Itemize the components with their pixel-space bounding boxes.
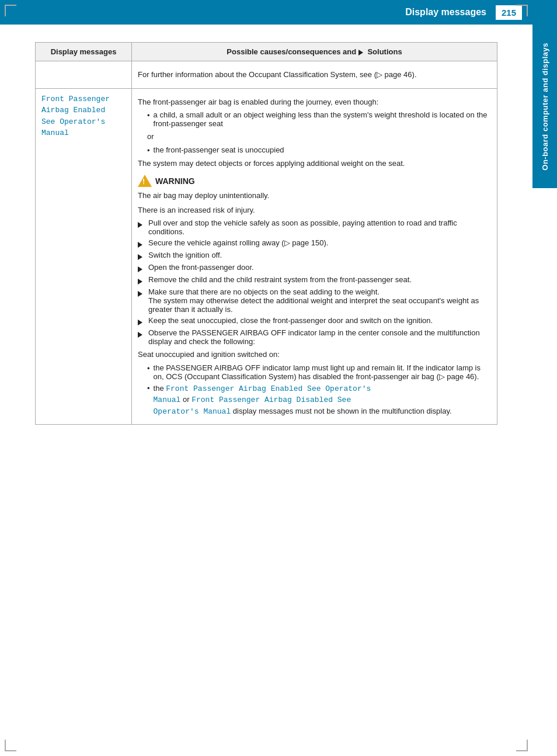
solutions-arrow-icon	[358, 50, 363, 56]
bullet-text-2: the front-passenger seat is unoccupied	[154, 145, 284, 154]
action-item-4: Open the front-passenger door.	[138, 263, 491, 273]
arrow-icon-4	[138, 266, 142, 272]
table-row: For further information about the Occupa…	[36, 61, 497, 89]
side-tab-label: On-board computer and displays	[541, 43, 549, 171]
warning-block: WARNING	[138, 175, 491, 187]
display-message-monospace: Front PassengerAirbag EnabledSee Operato…	[41, 95, 110, 138]
warning-line2: There is an increased risk of injury.	[138, 204, 491, 216]
seat-bullet-dot-2: •	[147, 384, 150, 393]
row2-col2: The front-passenger air bag is enabled d…	[132, 88, 497, 425]
or-text: or	[138, 131, 491, 143]
arrow-icon-5	[138, 279, 142, 285]
bullet-dot-1: •	[147, 111, 150, 120]
content-table: Display messages Possible causes/consequ…	[35, 42, 497, 425]
action-item-1: Pull over and stop the vehicle safely as…	[138, 219, 491, 236]
action-text-2: Secure the vehicle against rolling away …	[148, 238, 328, 247]
bullet-item-2: • the front-passenger seat is unoccupied	[138, 145, 491, 155]
corner-decoration-bl	[5, 740, 16, 751]
action-text-4: Open the front-passenger door.	[148, 263, 254, 272]
col1-header: Display messages	[36, 43, 132, 61]
action-arrow-5	[138, 276, 145, 285]
action-item-2: Secure the vehicle against rolling away …	[138, 238, 491, 248]
action-text-6: Make sure that there are no objects on t…	[148, 287, 491, 314]
action-text-5: Remove the child and the child restraint…	[148, 275, 412, 284]
warning-triangle-icon	[138, 175, 152, 187]
arrow-icon-2	[138, 242, 142, 248]
col2-header: Possible causes/consequences and Solutio…	[132, 43, 497, 61]
action-arrow-1	[138, 220, 145, 228]
action-text-3: Switch the ignition off.	[148, 251, 222, 259]
action6-part1: Make sure that there are no objects on t…	[148, 287, 380, 296]
intro-text: For further information about the Occupa…	[138, 69, 491, 81]
header-bar: Display messages 215	[0, 0, 557, 25]
bullet-item-1: • a child, a small adult or an object we…	[138, 110, 491, 128]
row1-col2: For further information about the Occupa…	[132, 61, 497, 89]
main-content: Display messages Possible causes/consequ…	[0, 25, 532, 442]
corner-decoration-br	[516, 740, 528, 751]
warning-line1: The air bag may deploy unintentionally.	[138, 190, 491, 202]
seat-bullet-1: • the PASSENGER AIRBAG OFF indicator lam…	[138, 363, 491, 381]
arrow-icon-1	[138, 222, 142, 228]
action-item-8: Observe the PASSENGER AIRBAG OFF indicat…	[138, 328, 491, 346]
bullet-dot-2: •	[147, 146, 150, 155]
warning-label: WARNING	[155, 176, 195, 186]
seat-para: Seat unoccupied and ignition switched on…	[138, 349, 491, 360]
main-para2: The system may detect objects or forces …	[138, 158, 491, 169]
corner-decoration-tr	[516, 5, 528, 16]
action-item-3: Switch the ignition off.	[138, 251, 491, 261]
arrow-icon-3	[138, 254, 142, 260]
action-arrow-4	[138, 264, 145, 273]
action-text-8: Observe the PASSENGER AIRBAG OFF indicat…	[148, 328, 491, 346]
arrow-icon-8	[138, 332, 142, 338]
corner-decoration-tl	[5, 5, 16, 16]
col2-header-text: Possible causes/consequences and Solutio…	[227, 47, 402, 56]
action-arrow-6	[138, 289, 145, 297]
action-item-6: Make sure that there are no objects on t…	[138, 287, 491, 314]
action-arrow-8	[138, 330, 145, 338]
arrow-icon-7	[138, 320, 142, 325]
arrow-icon-6	[138, 291, 142, 297]
action-arrow-3	[138, 252, 145, 261]
seat-bullet-text-2: the Front Passenger Airbag Enabled See O…	[154, 383, 452, 418]
seat-bullet-text-1: the PASSENGER AIRBAG OFF indicator lamp …	[154, 363, 491, 381]
side-tab: On-board computer and displays	[532, 25, 557, 188]
seat-bullet-2: • the Front Passenger Airbag Enabled See…	[138, 383, 491, 418]
action-item-7: Keep the seat unoccupied, close the fron…	[138, 316, 491, 326]
row2-col1: Front PassengerAirbag EnabledSee Operato…	[36, 88, 132, 425]
action-item-5: Remove the child and the child restraint…	[138, 275, 491, 285]
seat-bullet-dot-1: •	[147, 364, 150, 373]
header-title: Display messages	[405, 7, 486, 18]
row1-col1	[36, 61, 132, 89]
action-arrow-2	[138, 240, 145, 248]
action-text-1: Pull over and stop the vehicle safely as…	[148, 219, 491, 236]
main-para1: The front-passenger air bag is enabled d…	[138, 96, 491, 108]
bullet-text-1: a child, a small adult or an object weig…	[154, 110, 491, 128]
mono-ref-2: Front Passenger Airbag Disabled SeeOpera…	[154, 396, 351, 416]
table-row: Front PassengerAirbag EnabledSee Operato…	[36, 88, 497, 425]
action-arrow-7	[138, 317, 145, 326]
action6-part2: The system may otherwise detect the addi…	[148, 296, 479, 314]
action-text-7: Keep the seat unoccupied, close the fron…	[148, 316, 433, 325]
